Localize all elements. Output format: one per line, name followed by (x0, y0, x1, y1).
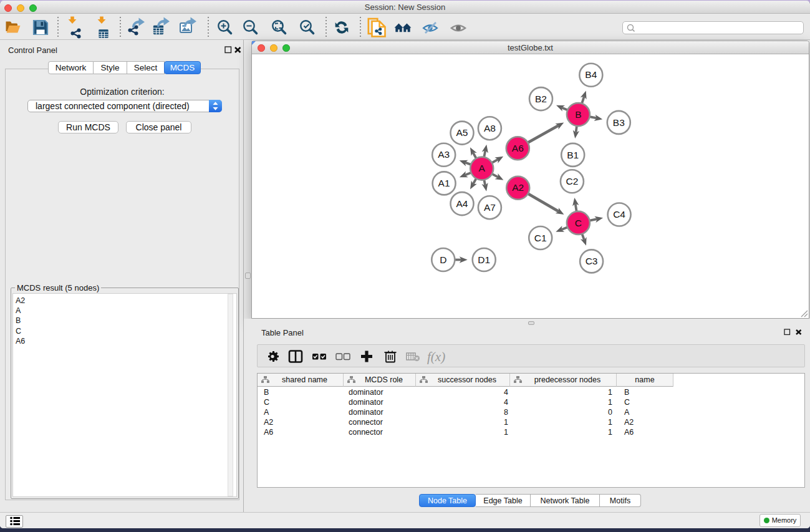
svg-text:A4: A4 (456, 198, 468, 209)
svg-text:B3: B3 (613, 117, 625, 128)
svg-text:C: C (575, 218, 582, 228)
svg-text:C4: C4 (613, 209, 625, 220)
svg-text:A2: A2 (512, 183, 524, 193)
svg-text:D: D (440, 254, 446, 265)
svg-text:C2: C2 (566, 176, 578, 186)
svg-text:D1: D1 (478, 254, 490, 265)
svg-text:A6: A6 (512, 143, 524, 153)
svg-text:C1: C1 (534, 233, 547, 243)
svg-text:B2: B2 (535, 94, 547, 104)
svg-text:B1: B1 (567, 150, 579, 160)
svg-text:A3: A3 (438, 150, 450, 160)
svg-text:A1: A1 (438, 178, 450, 188)
svg-text:A5: A5 (456, 127, 468, 138)
svg-text:A: A (479, 163, 486, 173)
svg-text:B4: B4 (585, 70, 597, 80)
svg-text:B: B (575, 109, 581, 120)
svg-text:C3: C3 (586, 256, 598, 266)
svg-text:A7: A7 (484, 202, 496, 213)
svg-text:f(x): f(x) (427, 349, 445, 364)
svg-text:A8: A8 (484, 123, 496, 133)
